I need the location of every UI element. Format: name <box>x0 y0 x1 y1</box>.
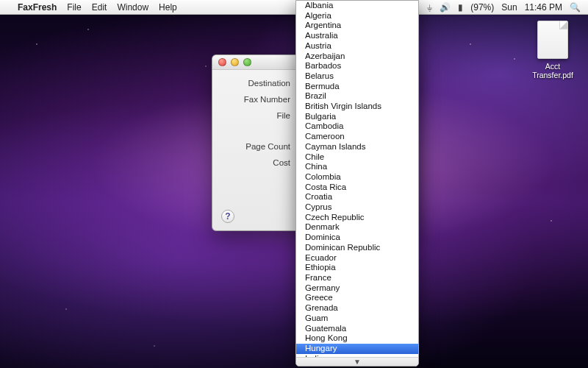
dropdown-item[interactable]: China <box>296 162 418 172</box>
dropdown-item[interactable]: Argentina <box>296 21 418 31</box>
menu-bar: FaxFresh File Edit Window Help ⟳ ↻ ᛒ ⏚ 🔊… <box>0 0 588 15</box>
dropdown-item[interactable]: Grenada <box>296 303 418 314</box>
window-close-button[interactable] <box>218 58 226 66</box>
dropdown-item[interactable]: Colombia <box>296 172 418 183</box>
help-button[interactable]: ? <box>221 210 234 223</box>
label-file: File <box>223 111 296 120</box>
dropdown-item[interactable]: Dominican Republic <box>296 243 418 253</box>
dropdown-item[interactable]: Denmark <box>296 222 418 233</box>
dropdown-item[interactable]: Croatia <box>296 192 418 202</box>
dropdown-item[interactable]: Dominica <box>296 233 418 243</box>
dropdown-item[interactable]: Hungary <box>296 344 418 354</box>
dropdown-item[interactable]: British Virgin Islands <box>296 102 418 112</box>
label-fax-number: Fax Number <box>223 95 296 104</box>
dropdown-scroll-down-arrow[interactable]: ▼ <box>296 357 418 366</box>
pdf-file-icon <box>537 21 568 59</box>
dropdown-item[interactable]: Hong Kong <box>296 333 418 344</box>
menu-help[interactable]: Help <box>159 2 177 13</box>
dropdown-item[interactable]: Cayman Islands <box>296 142 418 152</box>
dropdown-listbox[interactable]: AlbaniaAlgeriaArgentinaAustraliaAustriaA… <box>296 1 418 357</box>
dropdown-item[interactable]: Guam <box>296 314 418 324</box>
spotlight-icon[interactable]: 🔍 <box>570 2 581 13</box>
dropdown-item[interactable]: Algeria <box>296 11 418 21</box>
menu-file[interactable]: File <box>67 2 81 13</box>
dropdown-item[interactable]: Belarus <box>296 71 418 82</box>
dropdown-item[interactable]: Germany <box>296 283 418 294</box>
dropdown-item[interactable]: Bulgaria <box>296 112 418 122</box>
clock-time[interactable]: 11:46 PM <box>525 2 562 13</box>
dropdown-item[interactable]: Guatemala <box>296 324 418 334</box>
dropdown-item[interactable]: Greece <box>296 293 418 303</box>
dropdown-item[interactable]: Barbados <box>296 61 418 71</box>
dropdown-item[interactable]: Australia <box>296 31 418 41</box>
dropdown-item[interactable]: Cambodia <box>296 121 418 132</box>
battery-text: (97%) <box>470 2 494 13</box>
dropdown-item[interactable]: Ecuador <box>296 253 418 263</box>
volume-icon[interactable]: 🔊 <box>440 2 451 13</box>
dropdown-item[interactable]: Cyprus <box>296 202 418 213</box>
label-page-count: Page Count <box>223 142 296 151</box>
window-zoom-button[interactable] <box>243 58 251 66</box>
dropdown-item[interactable]: France <box>296 273 418 283</box>
dropdown-item[interactable]: Bermuda <box>296 82 418 92</box>
label-cost: Cost <box>223 158 296 167</box>
dropdown-item[interactable]: Chile <box>296 152 418 163</box>
desktop-file-label-line2: Transfer.pdf <box>529 71 576 79</box>
desktop-file-label-line1: Acct <box>529 62 576 71</box>
clock-day[interactable]: Sun <box>501 2 517 13</box>
battery-icon[interactable]: ▮ <box>458 2 463 13</box>
dropdown-item[interactable]: Cameroon <box>296 132 418 142</box>
dropdown-item[interactable]: Ethiopia <box>296 263 418 273</box>
label-destination: Destination <box>223 79 296 88</box>
wifi-icon[interactable]: ⏚ <box>427 2 432 13</box>
desktop-file-acct-transfer[interactable]: Acct Transfer.pdf <box>529 21 576 79</box>
app-menu[interactable]: FaxFresh <box>18 2 57 13</box>
dropdown-item[interactable]: Costa Rica <box>296 183 418 193</box>
dropdown-item[interactable]: Azerbaijan <box>296 52 418 62</box>
destination-country-dropdown[interactable]: AlbaniaAlgeriaArgentinaAustraliaAustriaA… <box>295 0 419 367</box>
dropdown-item[interactable]: Czech Republic <box>296 213 418 223</box>
dropdown-item[interactable]: Brazil <box>296 91 418 102</box>
menu-window[interactable]: Window <box>117 2 148 13</box>
menu-edit[interactable]: Edit <box>92 2 107 13</box>
dropdown-item[interactable]: Albania <box>296 1 418 11</box>
window-minimize-button[interactable] <box>231 58 239 66</box>
dropdown-item[interactable]: Austria <box>296 41 418 52</box>
